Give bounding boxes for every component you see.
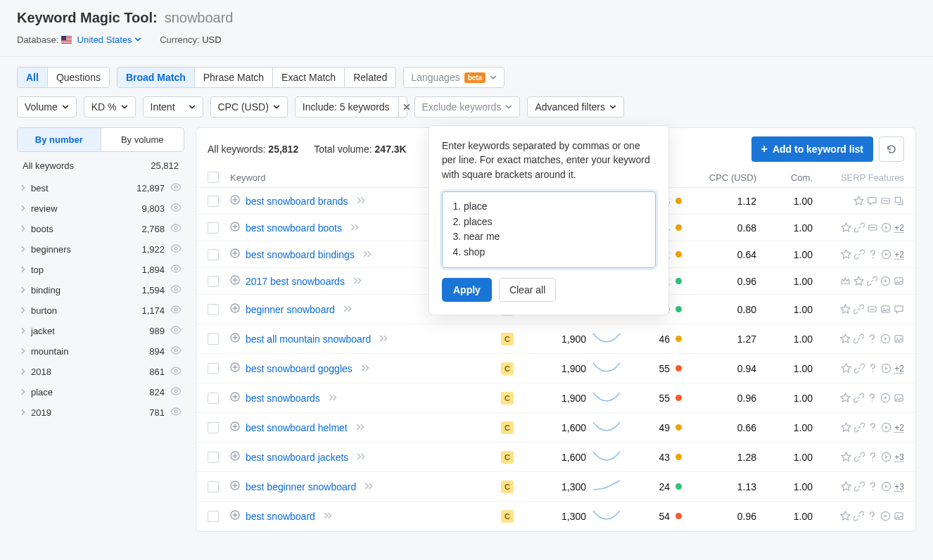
filter-intent[interactable]: Intent [143, 96, 203, 117]
double-chevron-icon[interactable] [324, 511, 334, 522]
eye-icon[interactable] [170, 183, 182, 193]
sidebar-all-row[interactable]: All keywords 25,812 [17, 152, 184, 178]
double-chevron-icon[interactable] [357, 196, 367, 207]
col-com-header[interactable]: Com. [756, 172, 813, 183]
serp-more[interactable]: +3 [894, 482, 904, 492]
serp-more[interactable]: +3 [894, 452, 904, 462]
eye-icon[interactable] [170, 265, 182, 275]
sidebar-item-mountain[interactable]: mountain 894 [17, 341, 184, 362]
eye-icon[interactable] [170, 305, 182, 316]
serp-more[interactable]: +2 [894, 423, 904, 433]
double-chevron-icon[interactable] [350, 222, 360, 234]
double-chevron-icon[interactable] [379, 333, 389, 345]
tab-exact-match[interactable]: Exact Match [273, 68, 345, 87]
double-chevron-icon[interactable] [364, 481, 374, 492]
filter-advanced[interactable]: Advanced filters [527, 96, 624, 117]
row-checkbox[interactable] [208, 196, 219, 207]
eye-icon[interactable] [170, 387, 182, 397]
row-checkbox[interactable] [208, 363, 219, 374]
eye-icon[interactable] [170, 407, 182, 418]
keyword-link[interactable]: 2017 best snowboards [246, 276, 345, 287]
double-chevron-icon[interactable] [361, 363, 371, 374]
filter-include[interactable]: Include: 5 keywords [295, 96, 407, 117]
add-keyword-icon[interactable] [230, 421, 240, 433]
double-chevron-icon[interactable] [353, 276, 363, 287]
double-chevron-icon[interactable] [363, 249, 373, 260]
refresh-button[interactable] [879, 136, 904, 162]
keyword-link[interactable]: beginner snowboard [246, 304, 335, 315]
tab-related[interactable]: Related [345, 68, 395, 87]
sidebar-item-2018[interactable]: 2018 861 [17, 362, 184, 382]
sort-by-volume[interactable]: By volume [101, 128, 184, 151]
eye-icon[interactable] [170, 326, 182, 336]
database-selector[interactable]: Database: United States [17, 34, 141, 45]
row-checkbox[interactable] [208, 393, 219, 404]
col-cpc-header[interactable]: CPC (USD) [682, 172, 756, 183]
add-keyword-icon[interactable] [230, 481, 240, 492]
add-keyword-icon[interactable] [230, 510, 240, 522]
keyword-link[interactable]: best snowboard boots [246, 222, 342, 234]
sidebar-item-2019[interactable]: 2019 781 [17, 402, 184, 423]
serp-more[interactable]: +2 [894, 364, 904, 374]
row-checkbox[interactable] [208, 249, 219, 260]
keyword-link[interactable]: best snowboard helmet [246, 422, 348, 433]
sort-by-number[interactable]: By number [18, 128, 101, 151]
add-keyword-icon[interactable] [230, 275, 240, 287]
double-chevron-icon[interactable] [356, 422, 366, 433]
tab-broad-match[interactable]: Broad Match [118, 68, 195, 87]
sidebar-item-binding[interactable]: binding 1,594 [17, 280, 184, 300]
sidebar-item-burton[interactable]: burton 1,174 [17, 300, 184, 321]
keyword-link[interactable]: best snowboard goggles [246, 363, 353, 374]
eye-icon[interactable] [170, 367, 182, 377]
sidebar-item-review[interactable]: review 9,803 [17, 198, 184, 219]
keyword-link[interactable]: best snowboard [246, 511, 315, 522]
filter-volume[interactable]: Volume [17, 96, 77, 117]
sidebar-item-place[interactable]: place 824 [17, 382, 184, 402]
add-keyword-icon[interactable] [230, 248, 240, 260]
sidebar-item-boots[interactable]: boots 2,768 [17, 219, 184, 239]
keyword-link[interactable]: best snowboard brands [246, 196, 348, 207]
add-to-keyword-list-button[interactable]: +Add to keyword list [751, 136, 873, 162]
exclude-keywords-input[interactable]: placeplacesnear meshop [442, 191, 656, 268]
add-keyword-icon[interactable] [230, 362, 240, 374]
serp-more[interactable]: +2 [894, 250, 904, 260]
eye-icon[interactable] [170, 346, 182, 357]
eye-icon[interactable] [170, 224, 182, 234]
tab-questions[interactable]: Questions [48, 68, 109, 87]
row-checkbox[interactable] [208, 276, 219, 287]
add-keyword-icon[interactable] [230, 303, 240, 315]
tab-all[interactable]: All [18, 68, 48, 87]
languages-dropdown[interactable]: Languages beta [403, 67, 504, 88]
row-checkbox[interactable] [208, 422, 219, 433]
double-chevron-icon[interactable] [357, 452, 367, 463]
keyword-link[interactable]: best beginner snowboard [246, 481, 356, 492]
serp-more[interactable]: +2 [894, 223, 904, 233]
eye-icon[interactable] [170, 285, 182, 295]
row-checkbox[interactable] [208, 304, 219, 315]
filter-kd[interactable]: KD % [84, 96, 136, 117]
double-chevron-icon[interactable] [343, 304, 353, 315]
apply-button[interactable]: Apply [442, 278, 492, 302]
row-checkbox[interactable] [208, 511, 219, 522]
add-keyword-icon[interactable] [230, 195, 240, 207]
add-keyword-icon[interactable] [230, 451, 240, 463]
eye-icon[interactable] [170, 203, 182, 214]
filter-exclude[interactable]: Exclude keywords [414, 96, 521, 117]
add-keyword-icon[interactable] [230, 333, 240, 345]
col-serp-header[interactable]: SERP Features [813, 172, 904, 183]
clear-all-button[interactable]: Clear all [499, 278, 556, 302]
row-checkbox[interactable] [208, 333, 219, 345]
tab-phrase-match[interactable]: Phrase Match [195, 68, 273, 87]
sidebar-item-best[interactable]: best 12,897 [17, 178, 184, 198]
row-checkbox[interactable] [208, 222, 219, 234]
sidebar-item-top[interactable]: top 1,894 [17, 260, 184, 280]
keyword-link[interactable]: best all mountain snowboard [246, 333, 371, 345]
row-checkbox[interactable] [208, 481, 219, 492]
keyword-link[interactable]: best snowboards [246, 393, 320, 404]
add-keyword-icon[interactable] [230, 392, 240, 404]
filter-cpc[interactable]: CPC (USD) [210, 96, 288, 117]
row-checkbox[interactable] [208, 452, 219, 463]
keyword-link[interactable]: best snowboard jackets [246, 452, 348, 463]
keyword-link[interactable]: best snowboard bindings [246, 249, 355, 260]
select-all-checkbox[interactable] [208, 172, 219, 183]
